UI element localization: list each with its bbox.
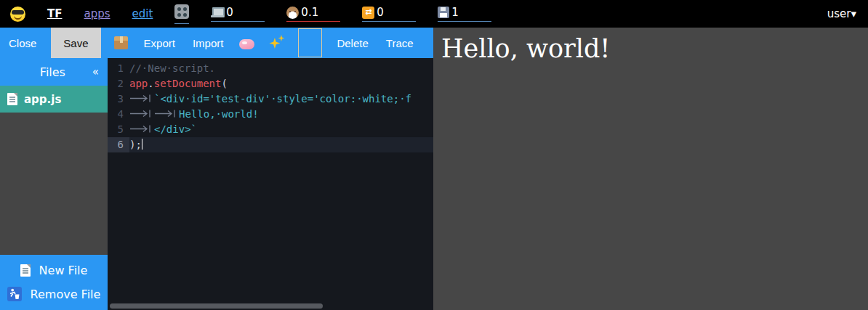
trace-button[interactable]: Trace xyxy=(377,28,422,58)
code-text: ); xyxy=(129,137,433,152)
control-knobs-icon xyxy=(174,4,189,19)
token-punct: ); xyxy=(129,139,142,150)
line-number: 6 xyxy=(108,137,129,152)
code-text: </div>` xyxy=(129,122,433,137)
token-comment: //·New·script. xyxy=(129,62,215,74)
save-button[interactable]: Save xyxy=(51,28,100,58)
code-line[interactable]: 2app.setDocument( xyxy=(108,76,433,91)
sidebar-empty-area xyxy=(0,113,108,255)
work-row: Files « app.js New File xyxy=(0,58,433,310)
import-button[interactable]: Import xyxy=(184,28,233,58)
remove-file-label: Remove File xyxy=(31,287,101,301)
text-cursor xyxy=(142,139,143,150)
sunglasses-smiley-icon[interactable] xyxy=(10,7,25,22)
code-line[interactable]: 6); xyxy=(108,137,433,152)
nav-link-tf[interactable]: TF xyxy=(47,7,62,20)
sparkles-button[interactable] xyxy=(262,28,292,58)
stat-repeat[interactable]: ⇄0 xyxy=(362,6,416,22)
new-file-label: New File xyxy=(39,264,88,277)
code-text: app.setDocument( xyxy=(129,76,433,91)
token-string: </div>` xyxy=(154,123,197,135)
horizontal-scrollbar[interactable] xyxy=(110,303,323,309)
code-line[interactable]: 3`<div·id='test-div'·style='color:·white… xyxy=(108,91,433,107)
stat-floppy[interactable]: 1 xyxy=(438,6,491,22)
nav-link-edit[interactable]: edit xyxy=(132,7,153,20)
line-number: 1 xyxy=(108,61,129,76)
code-text: `<div·id='test-div'·style='color:·white;… xyxy=(129,91,433,107)
code-lines: 1//·New·script.2app.setDocument(3`<div·i… xyxy=(108,61,433,152)
repeat-icon: ⇄ xyxy=(362,7,374,19)
nav-link-apps[interactable]: apps xyxy=(84,7,110,20)
new-file-button[interactable]: New File xyxy=(0,264,108,277)
collapse-sidebar-button[interactable]: « xyxy=(92,65,108,78)
line-number: 4 xyxy=(108,107,129,122)
package-button[interactable] xyxy=(107,28,135,58)
files-sidebar: Files « app.js New File xyxy=(0,58,108,310)
token-punct: . xyxy=(148,78,153,89)
soap-button[interactable] xyxy=(232,28,262,58)
app-output-panel: Hello, world! xyxy=(433,28,868,310)
soap-icon xyxy=(239,39,254,49)
stats-group: 00.1⇄01 xyxy=(211,6,491,22)
sidebar-actions: New File Remove File xyxy=(0,255,108,310)
file-item-app.js[interactable]: app.js xyxy=(0,86,108,113)
hamster-icon xyxy=(286,7,299,19)
delete-button[interactable]: Delete xyxy=(328,28,377,58)
litter-bin-icon xyxy=(7,287,22,301)
sparkles-icon xyxy=(269,35,285,51)
top-bar: TF apps edit 00.1⇄01 user▾ xyxy=(0,0,868,28)
stat-value: 0 xyxy=(226,6,233,19)
token-string: `<div·id='test-div'·style='color:·white;… xyxy=(154,93,411,105)
code-text: //·New·script. xyxy=(129,61,433,76)
token-keyword: app xyxy=(129,78,148,89)
export-button[interactable]: Export xyxy=(135,28,184,58)
token-string: Hello,·world! xyxy=(179,108,259,120)
code-text: Hello,·world! xyxy=(129,107,433,122)
code-line[interactable]: 5</div>` xyxy=(108,122,433,137)
topbar-left-group: TF apps edit 00.1⇄01 xyxy=(0,4,491,24)
line-number: 3 xyxy=(108,91,129,107)
editor-toolbar: Close Save Export Import Delete Trace xyxy=(0,28,433,58)
stat-value: 1 xyxy=(451,6,459,19)
output-text: Hello, world! xyxy=(433,28,868,63)
remove-file-button[interactable]: Remove File xyxy=(0,287,108,301)
new-file-icon xyxy=(20,264,31,277)
laptop-icon xyxy=(211,7,224,17)
package-icon xyxy=(114,36,128,49)
code-line[interactable]: 1//·New·script. xyxy=(108,61,433,76)
stat-hamster[interactable]: 0.1 xyxy=(286,6,340,22)
files-title: Files xyxy=(0,65,92,79)
floppy-icon xyxy=(438,7,449,18)
user-menu[interactable]: user▾ xyxy=(827,7,868,20)
code-line[interactable]: 4Hello,·world! xyxy=(108,107,433,122)
line-number: 2 xyxy=(108,76,129,91)
code-editor[interactable]: 1//·New·script.2app.setDocument(3`<div·i… xyxy=(108,58,433,310)
file-name: app.js xyxy=(24,93,61,106)
file-icon xyxy=(7,93,17,105)
file-list: app.js xyxy=(0,86,108,113)
line-number: 5 xyxy=(108,122,129,137)
close-button[interactable]: Close xyxy=(0,28,45,58)
stat-laptop[interactable]: 0 xyxy=(211,6,265,22)
token-keyword: setDocument xyxy=(154,78,222,89)
stat-value: 0 xyxy=(377,6,384,19)
stat-value: 0.1 xyxy=(301,6,318,19)
token-punct: ( xyxy=(221,78,227,89)
empty-box-button[interactable] xyxy=(298,28,322,57)
app-column: Close Save Export Import Delete Trace Fi… xyxy=(0,28,433,310)
files-header: Files « xyxy=(0,58,108,86)
apps-grid-link[interactable] xyxy=(174,4,189,24)
